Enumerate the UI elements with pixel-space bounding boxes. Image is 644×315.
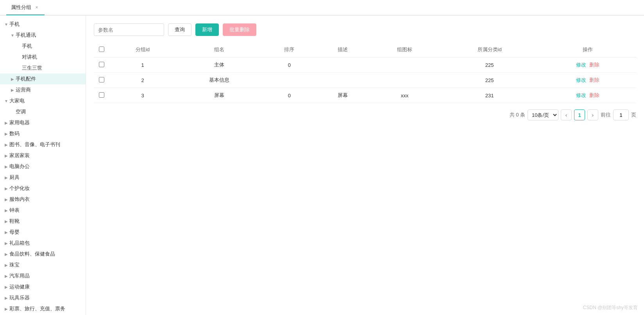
sidebar-item-auto[interactable]: ▶汽车用品 [0, 270, 86, 281]
table-header: 分组id 组名 排序 描述 组图标 所属分类id 操作 [94, 42, 636, 57]
data-table: 分组id 组名 排序 描述 组图标 所属分类id 操作 1主体0225修改删除2… [94, 42, 636, 103]
col-desc: 描述 [316, 42, 370, 57]
row-checkbox[interactable] [99, 77, 104, 82]
arrow-icon: ▶ [3, 273, 9, 279]
row-actions: 修改删除 [539, 57, 636, 73]
sidebar-item-jewelry[interactable]: ▶珠宝 [0, 260, 86, 270]
sidebar-item-sports[interactable]: ▶运动健康 [0, 281, 86, 292]
add-button[interactable]: 新增 [195, 23, 219, 36]
delete-button[interactable]: 删除 [589, 62, 599, 68]
arrow-spacer [16, 43, 22, 49]
sidebar-item-shoes[interactable]: ▶鞋靴 [0, 216, 86, 227]
next-page-button[interactable]: › [587, 109, 598, 120]
search-input[interactable] [94, 23, 164, 36]
edit-button[interactable]: 修改 [576, 92, 586, 98]
sidebar: ▼手机▼手机通讯手机对讲机三生三世▶手机配件▶运营商▼大家电空调▶家用电器▶数码… [0, 16, 86, 315]
row-icon [370, 57, 440, 73]
pagination: 共 0 条 10条/页20条/页50条/页 ‹ 1 › 前往 页 [94, 109, 636, 120]
sidebar-item-personal-care[interactable]: ▶个护化妆 [0, 183, 86, 194]
table-body: 1主体0225修改删除2基本信息225修改删除3屏幕0屏幕xxx231修改删除 [94, 57, 636, 103]
tab-item[interactable]: 属性分组 × [6, 0, 45, 15]
sidebar-item-watches[interactable]: ▶钟表 [0, 205, 86, 216]
row-checkbox-cell [94, 73, 109, 88]
sidebar-item-office[interactable]: ▶电脑办公 [0, 161, 86, 172]
sidebar-item-label: 食品饮料、保健食品 [9, 251, 86, 258]
sidebar-item-furniture[interactable]: ▶家居家装 [0, 150, 86, 161]
sidebar-item-phone-comm[interactable]: ▼手机通讯 [0, 30, 86, 41]
arrow-icon: ▶ [3, 218, 9, 224]
col-icon: 组图标 [370, 42, 440, 57]
arrow-icon: ▶ [3, 229, 9, 235]
row-checkbox[interactable] [99, 62, 104, 67]
sidebar-item-label: 数码 [9, 130, 86, 137]
sidebar-item-phone-acc[interactable]: ▶手机配件 [0, 73, 86, 84]
arrow-icon: ▶ [9, 87, 16, 93]
watermark: CSDN @别团等shy哥发育 [583, 304, 638, 311]
sidebar-item-appliance[interactable]: ▼大家电 [0, 95, 86, 106]
sidebar-item-phone[interactable]: ▼手机 [0, 19, 86, 30]
arrow-icon: ▼ [3, 21, 9, 27]
sidebar-item-digital[interactable]: ▶数码 [0, 128, 86, 139]
sidebar-item-three-lives[interactable]: 三生三世 [0, 63, 86, 73]
sidebar-item-label: 家用电器 [9, 119, 86, 126]
row-name: 基本信息 [176, 73, 263, 88]
arrow-icon: ▶ [3, 262, 9, 268]
sidebar-item-label: 汽车用品 [9, 272, 86, 279]
sidebar-item-walkie[interactable]: 对讲机 [0, 52, 86, 63]
content-area: 查询 新增 批量删除 分组id 组名 排序 描述 组图标 所属分类id 操作 [86, 16, 644, 315]
sidebar-item-clothing[interactable]: ▶服饰内衣 [0, 194, 86, 205]
sidebar-item-kitchen[interactable]: ▶厨具 [0, 172, 86, 183]
sidebar-item-tickets[interactable]: ▶彩票、旅行、充值、票务 [0, 303, 86, 314]
sidebar-item-carrier[interactable]: ▶运营商 [0, 84, 86, 95]
sidebar-item-phone-sub[interactable]: 手机 [0, 41, 86, 52]
arrow-spacer [16, 65, 22, 71]
row-sort [263, 73, 316, 88]
edit-button[interactable]: 修改 [576, 77, 586, 83]
sidebar-item-label: 礼品箱包 [9, 240, 86, 247]
row-sort: 0 [263, 88, 316, 103]
select-all-checkbox[interactable] [99, 47, 104, 52]
table-row: 2基本信息225修改删除 [94, 73, 636, 88]
tab-close-icon[interactable]: × [34, 4, 40, 11]
goto-page-input[interactable] [613, 109, 629, 120]
sidebar-item-toys[interactable]: ▶玩具乐器 [0, 292, 86, 303]
sidebar-item-gifts[interactable]: ▶礼品箱包 [0, 238, 86, 249]
row-checkbox[interactable] [99, 92, 104, 98]
arrow-icon: ▶ [3, 163, 9, 170]
sidebar-item-books[interactable]: ▶图书、音像、电子书刊 [0, 139, 86, 150]
delete-button[interactable]: 删除 [589, 77, 599, 83]
batch-delete-button[interactable]: 批量删除 [223, 23, 256, 36]
sidebar-item-label: 手机通讯 [16, 32, 86, 39]
arrow-icon: ▶ [3, 131, 9, 137]
col-sort: 排序 [263, 42, 316, 57]
edit-button[interactable]: 修改 [576, 62, 586, 68]
delete-button[interactable]: 删除 [589, 92, 599, 98]
sidebar-item-label: 手机 [9, 21, 86, 28]
sidebar-item-food[interactable]: ▶食品饮料、保健食品 [0, 249, 86, 260]
sidebar-item-label: 个护化妆 [9, 185, 86, 192]
arrow-icon: ▶ [3, 207, 9, 213]
col-group-id: 分组id [109, 42, 176, 57]
arrow-icon: ▶ [3, 295, 9, 301]
arrow-spacer [9, 109, 16, 115]
sidebar-item-home-elec[interactable]: ▶家用电器 [0, 117, 86, 128]
row-sort: 0 [263, 57, 316, 73]
row-actions: 修改删除 [539, 73, 636, 88]
row-category-id: 231 [440, 88, 539, 103]
sidebar-item-label: 手机 [22, 43, 86, 50]
sidebar-item-label: 鞋靴 [9, 218, 86, 225]
arrow-icon: ▶ [3, 141, 9, 148]
col-name: 组名 [176, 42, 263, 57]
sidebar-item-aircon[interactable]: 空调 [0, 106, 86, 117]
prev-page-button[interactable]: ‹ [561, 109, 572, 120]
sidebar-item-label: 手机配件 [16, 75, 86, 82]
sidebar-item-label: 运动健康 [9, 283, 86, 290]
arrow-icon: ▶ [3, 196, 9, 202]
per-page-select[interactable]: 10条/页20条/页50条/页 [528, 109, 558, 120]
sidebar-item-label: 运营商 [16, 86, 86, 93]
row-category-id: 225 [440, 57, 539, 73]
arrow-icon: ▶ [3, 174, 9, 181]
sidebar-item-label: 电脑办公 [9, 163, 86, 170]
query-button[interactable]: 查询 [168, 23, 191, 36]
sidebar-item-baby[interactable]: ▶母婴 [0, 227, 86, 238]
